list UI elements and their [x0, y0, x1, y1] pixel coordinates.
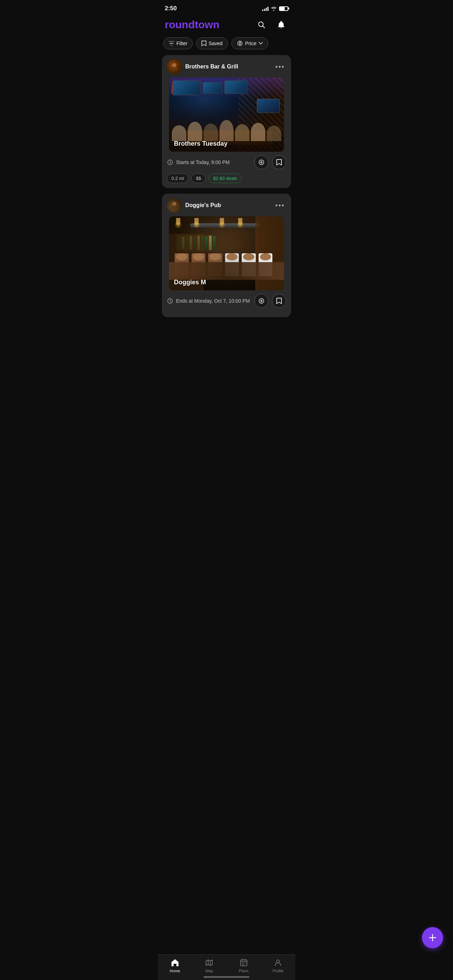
brothers-save-button[interactable]	[272, 155, 286, 169]
card-brothers[interactable]: Brothers Bar & Grill ••• Healey	[162, 55, 291, 188]
price-button[interactable]: Price	[231, 37, 268, 49]
card-header-doggies: Doggie's Pub •••	[162, 194, 291, 216]
saved-button[interactable]: Saved	[196, 37, 228, 49]
brothers-more-button[interactable]: •••	[274, 61, 286, 72]
doggies-avatar	[167, 198, 182, 213]
card-doggies[interactable]: Doggie's Pub •••	[162, 194, 291, 317]
doggies-image: Doggies M	[169, 216, 284, 290]
brothers-avatar	[167, 59, 182, 74]
doggies-time: Ends at Monday, Oct 7, 10:00 PM	[167, 298, 250, 304]
filter-label: Filter	[176, 41, 188, 46]
brothers-image: Healey	[169, 78, 284, 152]
brothers-meta: 0.2 mi $$ $2-$3 deals	[167, 173, 286, 183]
card-header-brothers: Brothers Bar & Grill •••	[162, 55, 291, 78]
battery-icon	[279, 6, 288, 11]
header: roundtown	[158, 15, 295, 37]
doggies-footer: Ends at Monday, Oct 7, 10:00 PM	[162, 290, 291, 308]
brothers-actions	[254, 155, 286, 169]
brothers-event-title: Brothers Tuesday	[174, 140, 227, 148]
brothers-time: Starts at Today, 9:00 PM	[167, 159, 230, 165]
doggies-add-button[interactable]	[254, 294, 269, 308]
brothers-deals: $2-$3 deals	[208, 173, 242, 183]
filter-bar: Filter Saved Price	[158, 37, 295, 55]
wifi-icon	[270, 6, 277, 11]
doggies-actions	[254, 294, 286, 308]
notifications-button[interactable]	[274, 18, 288, 32]
status-time: 2:50	[165, 5, 177, 12]
doggies-venue-name: Doggie's Pub	[185, 202, 221, 208]
doggies-more-button[interactable]: •••	[274, 200, 286, 211]
status-icons	[262, 6, 288, 11]
signal-icon	[262, 6, 269, 11]
filter-button[interactable]: Filter	[163, 37, 192, 49]
search-button[interactable]	[254, 18, 269, 32]
status-bar: 2:50	[158, 0, 295, 15]
brothers-footer: Starts at Today, 9:00 PM	[162, 152, 291, 183]
brothers-distance: 0.2 mi	[167, 173, 188, 183]
brothers-add-button[interactable]	[254, 155, 269, 169]
brothers-venue-name: Brothers Bar & Grill	[185, 64, 238, 70]
app-title: roundtown	[165, 19, 219, 31]
price-label: Price	[245, 41, 256, 46]
doggies-save-button[interactable]	[272, 294, 286, 308]
brothers-price: $$	[191, 173, 205, 183]
cards-container: Brothers Bar & Grill ••• Healey	[158, 55, 295, 317]
header-icons	[254, 18, 288, 32]
saved-label: Saved	[208, 41, 223, 46]
doggies-event-title: Doggies M	[174, 279, 206, 286]
